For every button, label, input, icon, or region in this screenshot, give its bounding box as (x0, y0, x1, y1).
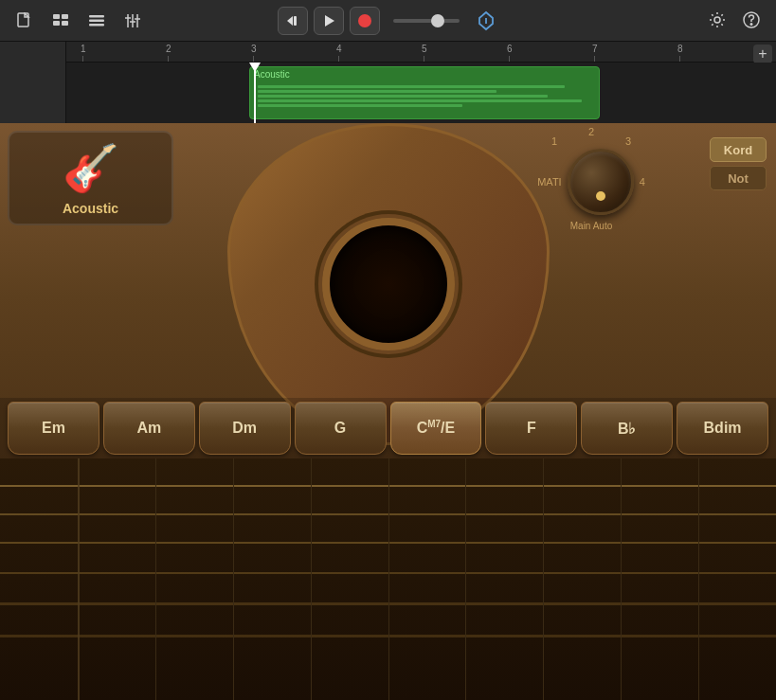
instrument-name-label: Acoustic (63, 201, 118, 216)
knob-indicator (596, 191, 605, 201)
rewind-button[interactable] (278, 7, 308, 35)
help-button[interactable] (738, 7, 765, 33)
fret-8 (698, 458, 699, 700)
ruler-mark-5: 5 (422, 44, 427, 62)
volume-control (393, 19, 460, 23)
svg-point-21 (750, 24, 752, 26)
instrument-emoji: 🎸 (63, 142, 119, 195)
svg-rect-5 (89, 15, 104, 18)
chord-bb[interactable]: B♭ (581, 402, 673, 455)
add-track-button[interactable]: + (753, 45, 772, 63)
instrument-thumbnail: 🎸 (58, 140, 124, 197)
fretboard (0, 458, 776, 700)
fret-nut (78, 458, 80, 700)
ruler-mark-1: 1 (81, 44, 86, 62)
toolbar (0, 0, 776, 42)
right-toolbar (704, 7, 765, 33)
ruler-mark-7: 7 (592, 44, 598, 62)
fret-2 (233, 458, 234, 700)
knob-body (568, 149, 634, 215)
mixer-icon[interactable] (119, 8, 146, 34)
playhead-triangle (249, 63, 261, 72)
fret-7 (621, 458, 622, 700)
fret-1 (155, 458, 156, 700)
record-button[interactable] (350, 7, 380, 35)
ruler-mark-6: 6 (507, 44, 513, 62)
ruler: 1 2 3 4 5 (66, 42, 776, 63)
timeline-content[interactable]: 1 2 3 4 5 (66, 42, 776, 123)
svg-rect-1 (53, 14, 60, 19)
not-button[interactable]: Not (710, 166, 767, 190)
top-bar: 🎸 1 2 3 4 (0, 0, 776, 123)
knob-label-4: 4 (640, 176, 645, 188)
list-view-icon[interactable] (83, 8, 110, 34)
fret-6 (543, 458, 544, 700)
volume-slider[interactable] (393, 19, 460, 23)
chord-bdim[interactable]: Bdim (677, 402, 768, 455)
track-region[interactable]: Acoustic (66, 63, 776, 123)
fret-3 (311, 458, 312, 700)
svg-point-19 (714, 17, 720, 23)
svg-rect-2 (62, 14, 68, 19)
master-icon[interactable] (473, 8, 499, 34)
chord-g[interactable]: G (295, 402, 387, 455)
mode-buttons: Kord Not (710, 137, 767, 190)
knob-label-mati: MATI (537, 176, 561, 188)
kord-button[interactable]: Kord (710, 137, 767, 162)
fret-5 (465, 458, 466, 700)
knob-label-2: 2 (588, 126, 594, 137)
fret-4 (388, 458, 389, 700)
knob-label-3: 3 (625, 135, 631, 147)
svg-rect-4 (62, 21, 68, 26)
arrange-view-icon[interactable] (47, 8, 74, 34)
ruler-mark-3: 3 (251, 44, 257, 62)
knob-main-auto-label: Main Auto (570, 221, 612, 231)
settings-button[interactable] (704, 7, 731, 33)
chord-em[interactable]: Em (8, 402, 99, 455)
chord-dm[interactable]: Dm (199, 402, 291, 455)
knob-label-1: 1 (551, 135, 557, 147)
track-region-lines (250, 81, 599, 113)
main-knob[interactable] (568, 149, 634, 215)
new-file-icon[interactable] (11, 8, 38, 34)
chord-strip: Em Am Dm G CM7/E F B♭ Bdim (0, 398, 776, 458)
knob-area: 1 2 3 MATI 4 Main Auto (530, 131, 653, 235)
svg-rect-6 (89, 19, 104, 22)
chord-f[interactable]: F (485, 402, 577, 455)
guitar-body (227, 123, 550, 445)
transport-controls (278, 7, 499, 35)
ruler-mark-2: 2 (166, 44, 171, 62)
chord-am[interactable]: Am (103, 402, 195, 455)
svg-rect-3 (53, 21, 60, 26)
track-region-block[interactable]: Acoustic (249, 66, 600, 119)
volume-thumb[interactable] (431, 14, 444, 27)
ruler-mark-4: 4 (336, 44, 342, 62)
play-button[interactable] (314, 7, 344, 35)
record-dot-icon (358, 14, 371, 27)
instrument-panel: 🎸 Acoustic 1 2 3 MATI 4 Main Auto Kord N… (0, 123, 776, 700)
track-header-timeline (0, 42, 66, 123)
ruler-mark-8: 8 (677, 44, 683, 62)
guitar-soundhole (322, 218, 455, 350)
svg-marker-14 (287, 16, 293, 26)
instrument-selector[interactable]: 🎸 Acoustic (8, 131, 173, 225)
track-region-label: Acoustic (250, 67, 599, 81)
svg-rect-15 (294, 16, 297, 26)
svg-rect-7 (89, 24, 104, 27)
timeline-area: 1 2 3 4 5 (0, 42, 776, 123)
svg-marker-16 (325, 15, 334, 27)
playhead (254, 63, 256, 123)
chord-cm7e[interactable]: CM7/E (390, 402, 482, 455)
